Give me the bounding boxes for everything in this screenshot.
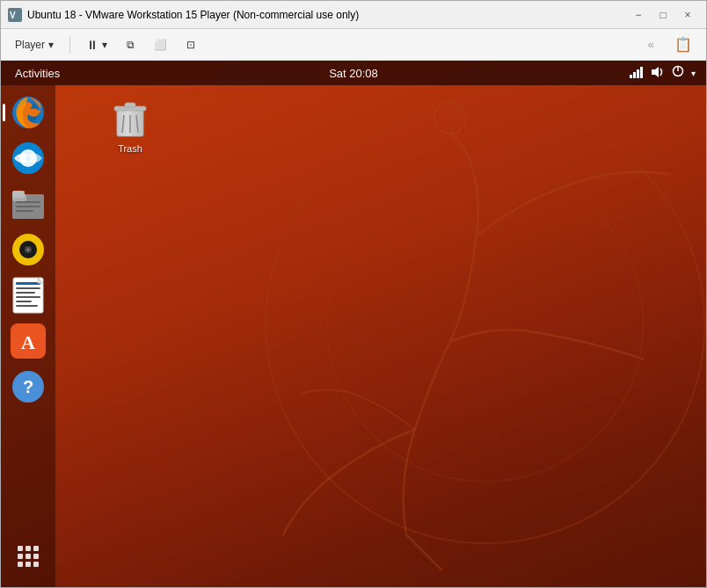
back-nav-button[interactable]: « bbox=[639, 33, 662, 56]
files-icon bbox=[11, 187, 46, 221]
dock-show-apps-button[interactable] bbox=[8, 540, 48, 580]
svg-marker-10 bbox=[652, 67, 659, 77]
dock-item-help[interactable]: ? bbox=[8, 367, 48, 407]
appcenter-icon: A bbox=[11, 323, 46, 359]
system-tray: ▾ bbox=[630, 65, 696, 81]
help-icon: ? bbox=[11, 369, 46, 404]
svg-rect-6 bbox=[630, 75, 632, 78]
dock-item-appcenter[interactable]: A bbox=[8, 321, 48, 361]
fullscreen-icon: ⬜ bbox=[154, 39, 167, 51]
dock-item-firefox[interactable] bbox=[8, 92, 48, 133]
dock-item-rhythmbox[interactable] bbox=[8, 229, 48, 270]
fit-guest-icon: ⧉ bbox=[127, 39, 135, 51]
pause-button[interactable]: ⏸ ▾ bbox=[79, 33, 114, 57]
rhythmbox-icon bbox=[11, 232, 46, 267]
volume-icon[interactable] bbox=[651, 66, 665, 81]
toolbar-sep-1 bbox=[69, 36, 70, 54]
trash-desktop-icon[interactable]: Trash bbox=[99, 94, 161, 157]
dock-item-files[interactable] bbox=[8, 184, 48, 224]
ubuntu-dock: A ? bbox=[1, 85, 55, 587]
power-icon[interactable] bbox=[672, 65, 684, 81]
pause-dropdown-icon: ▾ bbox=[102, 39, 107, 51]
window-title: Ubuntu 18 - VMware Workstation 15 Player… bbox=[27, 9, 627, 21]
network-icon[interactable] bbox=[630, 66, 644, 81]
player-label: Player bbox=[15, 39, 45, 51]
notes-icon: 📋 bbox=[674, 36, 692, 53]
clock-display: Sat 20:08 bbox=[329, 67, 378, 80]
svg-text:A: A bbox=[21, 331, 35, 353]
svg-rect-28 bbox=[16, 282, 40, 285]
player-menu-button[interactable]: Player ▾ bbox=[8, 33, 61, 57]
vmware-toolbar: Player ▾ ⏸ ▾ ⧉ ⬜ ⊡ « 📋 bbox=[1, 29, 706, 61]
svg-rect-31 bbox=[16, 296, 40, 298]
notes-button[interactable]: 📋 bbox=[667, 33, 699, 57]
svg-rect-33 bbox=[16, 305, 38, 307]
fullscreen-button[interactable]: ⬜ bbox=[147, 33, 174, 57]
ubuntu-topbar: Activities Sat 20:08 bbox=[1, 61, 706, 85]
vmware-icon: V bbox=[8, 8, 22, 22]
svg-rect-21 bbox=[16, 206, 40, 207]
back-icon: « bbox=[647, 38, 653, 51]
firefox-icon bbox=[11, 95, 46, 130]
restore-button[interactable]: □ bbox=[652, 4, 674, 26]
svg-rect-45 bbox=[125, 103, 135, 107]
svg-rect-9 bbox=[640, 67, 643, 78]
minimize-button[interactable]: − bbox=[627, 4, 650, 26]
vmware-window: V Ubuntu 18 - VMware Workstation 15 Play… bbox=[0, 0, 707, 588]
svg-rect-29 bbox=[16, 287, 40, 289]
svg-rect-8 bbox=[637, 69, 639, 78]
fit-guest-button[interactable]: ⧉ bbox=[120, 33, 142, 57]
svg-rect-30 bbox=[16, 292, 35, 294]
desktop-icons-area: Trash bbox=[55, 85, 706, 587]
trash-icon-label: Trash bbox=[118, 143, 142, 154]
svg-rect-20 bbox=[16, 201, 40, 203]
desktop-content-area: A ? bbox=[1, 85, 706, 587]
system-menu-dropdown-icon[interactable]: ▾ bbox=[691, 69, 696, 78]
pause-icon: ⏸ bbox=[86, 38, 98, 52]
thunderbird-icon bbox=[11, 141, 46, 176]
apps-grid-icon bbox=[11, 539, 46, 574]
unity-icon: ⊡ bbox=[186, 39, 195, 51]
unity-button[interactable]: ⊡ bbox=[179, 33, 202, 57]
window-controls: − □ × bbox=[627, 4, 699, 26]
writer-icon bbox=[11, 276, 45, 315]
ubuntu-desktop: Activities Sat 20:08 bbox=[1, 61, 706, 587]
close-button[interactable]: × bbox=[676, 4, 699, 26]
svg-rect-32 bbox=[16, 301, 32, 302]
svg-text:V: V bbox=[10, 11, 16, 20]
svg-text:?: ? bbox=[23, 377, 33, 396]
trash-icon bbox=[112, 98, 149, 140]
svg-point-26 bbox=[27, 249, 30, 251]
dock-item-writer[interactable] bbox=[8, 275, 48, 316]
svg-rect-7 bbox=[633, 72, 636, 78]
dock-item-thunderbird[interactable] bbox=[8, 138, 48, 178]
svg-rect-19 bbox=[12, 191, 25, 198]
player-dropdown-icon: ▾ bbox=[48, 39, 54, 51]
title-bar: V Ubuntu 18 - VMware Workstation 15 Play… bbox=[1, 1, 706, 29]
activities-button[interactable]: Activities bbox=[11, 67, 63, 80]
svg-rect-22 bbox=[16, 210, 33, 212]
